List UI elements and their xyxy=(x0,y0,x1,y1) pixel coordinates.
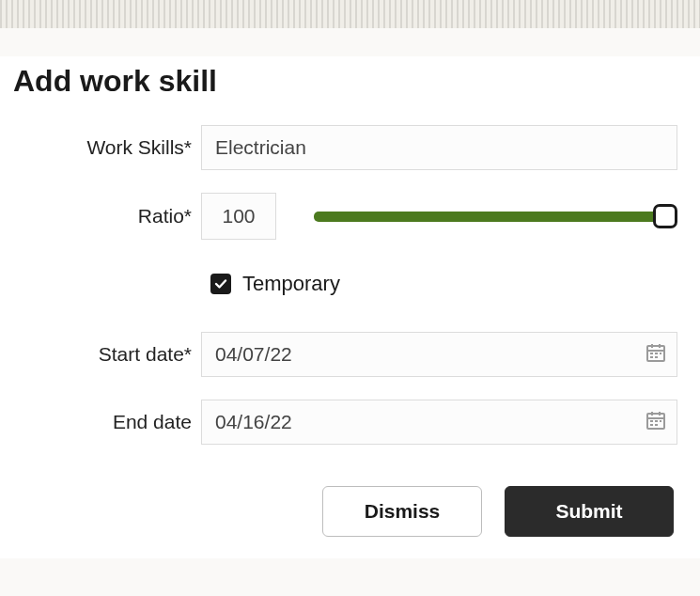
ratio-label: Ratio* xyxy=(0,205,201,227)
slider-track xyxy=(314,212,665,222)
decorative-bottom-strip xyxy=(0,558,700,596)
end-date-input[interactable] xyxy=(201,400,677,445)
dismiss-button[interactable]: Dismiss xyxy=(322,486,482,537)
temporary-checkbox[interactable] xyxy=(210,274,231,294)
start-date-input[interactable] xyxy=(201,332,677,377)
slider-thumb[interactable] xyxy=(653,204,677,228)
decorative-top-strip xyxy=(0,0,700,28)
start-date-label: Start date* xyxy=(0,343,201,366)
submit-button[interactable]: Submit xyxy=(505,486,674,537)
work-skills-label: Work Skills* xyxy=(0,136,201,159)
temporary-label: Temporary xyxy=(242,272,340,296)
work-skills-input[interactable] xyxy=(201,125,677,170)
end-date-label: End date xyxy=(0,411,201,433)
decorative-sub-strip xyxy=(0,28,700,56)
ratio-slider[interactable] xyxy=(314,204,677,228)
page-title: Add work skill xyxy=(13,64,700,99)
check-icon xyxy=(214,277,227,290)
add-work-skill-form: Work Skills* Ratio* Temporary Start date… xyxy=(0,125,700,537)
ratio-input[interactable] xyxy=(201,193,276,240)
